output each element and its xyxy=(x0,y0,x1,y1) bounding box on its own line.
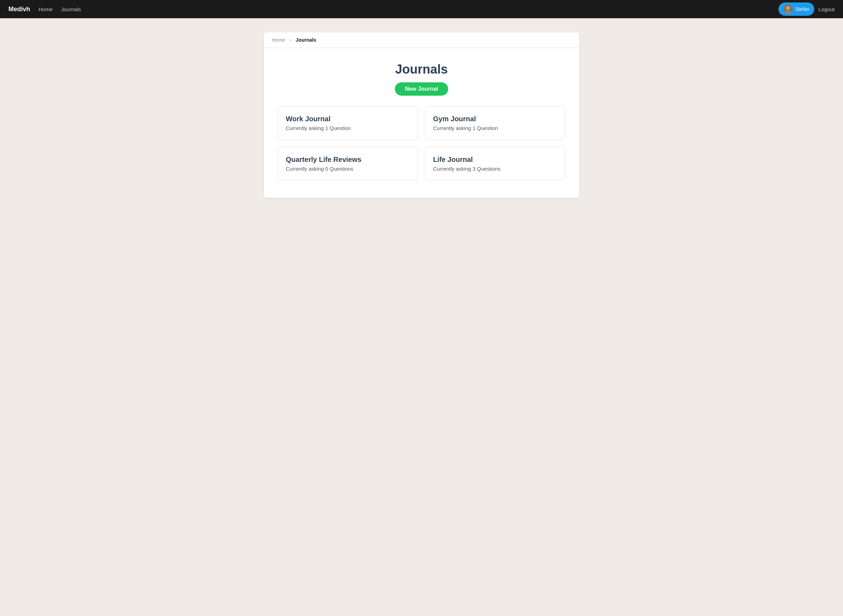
navbar: Medivh Home Journals Stefan Logout xyxy=(0,0,843,18)
journal-card-title: Quarterly Life Reviews xyxy=(286,155,410,164)
journal-card-title: Work Journal xyxy=(286,115,410,123)
breadcrumb-current: Journals xyxy=(296,37,316,43)
navbar-left: Medivh Home Journals xyxy=(9,6,81,13)
breadcrumb-home[interactable]: Home xyxy=(272,37,285,43)
journal-card-subtitle: Currently asking 1 Question xyxy=(286,125,410,131)
svg-point-1 xyxy=(786,6,790,10)
nav-journals[interactable]: Journals xyxy=(61,6,81,12)
main-container: Home → Journals Journals New Journal Wor… xyxy=(264,32,579,198)
user-name: Stefan xyxy=(795,6,809,12)
journal-card[interactable]: Work JournalCurrently asking 1 Question xyxy=(278,106,418,140)
avatar xyxy=(783,4,793,14)
page-content: Journals New Journal Work JournalCurrent… xyxy=(264,48,579,198)
nav-home[interactable]: Home xyxy=(38,6,53,12)
journal-card-subtitle: Currently asking 3 Questions xyxy=(433,166,557,172)
journal-card[interactable]: Gym JournalCurrently asking 1 Question xyxy=(425,106,565,140)
brand-link[interactable]: Medivh xyxy=(9,6,30,13)
journal-card[interactable]: Quarterly Life ReviewsCurrently asking 0… xyxy=(278,147,418,180)
breadcrumb: Home → Journals xyxy=(264,32,579,48)
user-badge[interactable]: Stefan xyxy=(778,3,814,16)
journal-card-title: Gym Journal xyxy=(433,115,557,123)
journal-card-subtitle: Currently asking 0 Questions xyxy=(286,166,410,172)
journal-card[interactable]: Life JournalCurrently asking 3 Questions xyxy=(425,147,565,180)
journal-grid: Work JournalCurrently asking 1 QuestionG… xyxy=(278,106,565,180)
navbar-right: Stefan Logout xyxy=(778,3,834,16)
breadcrumb-arrow: → xyxy=(288,37,293,43)
journal-card-title: Life Journal xyxy=(433,155,557,164)
page-header: Journals New Journal xyxy=(278,62,565,96)
logout-link[interactable]: Logout xyxy=(818,6,834,12)
journal-card-subtitle: Currently asking 1 Question xyxy=(433,125,557,131)
page-title: Journals xyxy=(278,62,565,77)
new-journal-button[interactable]: New Journal xyxy=(395,82,448,96)
